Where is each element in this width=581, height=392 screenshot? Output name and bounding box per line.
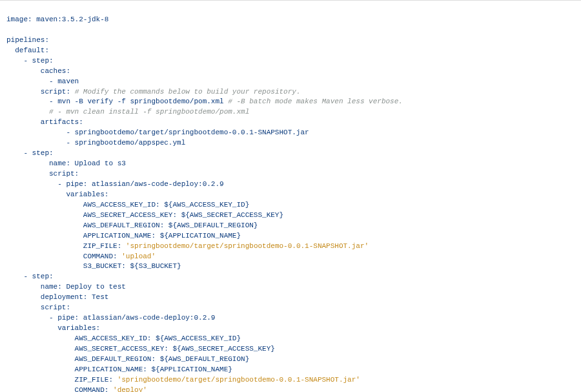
line-script-2: script: xyxy=(6,170,79,178)
line-caches: caches: xyxy=(6,67,70,75)
line-script-key: script: xyxy=(6,88,75,96)
line-aws-secret-1: AWS_SECRET_ACCESS_KEY: ${AWS_SECRET_ACCE… xyxy=(6,211,283,219)
line-aws-region-2: AWS_DEFAULT_REGION: ${AWS_DEFAULT_REGION… xyxy=(6,355,249,363)
string-zipfile-2: 'springbootdemo/target/springbootdemo-0.… xyxy=(117,376,360,384)
string-zipfile-1: 'springbootdemo/target/springbootdemo-0.… xyxy=(126,242,369,250)
line-command-key-2: COMMAND: xyxy=(6,386,113,392)
line-default: default: xyxy=(6,46,49,54)
line-zipfile-key-1: ZIP_FILE: xyxy=(6,242,126,250)
comment-modify: # Modify the commands below to build you… xyxy=(75,88,301,96)
line-aws-access-key-1: AWS_ACCESS_KEY_ID: ${AWS_ACCESS_KEY_ID} xyxy=(6,201,249,209)
string-command-deploy: 'deploy' xyxy=(113,386,147,392)
line-deployment-test: deployment: Test xyxy=(6,293,108,301)
line-s3bucket-1: S3_BUCKET: ${S3_BUCKET} xyxy=(6,262,181,270)
line-pipe-upload: - pipe: atlassian/aws-code-deploy:0.2.9 xyxy=(6,180,224,188)
line-name-upload: name: Upload to s3 xyxy=(6,160,126,167)
line-script-3: script: xyxy=(6,304,70,311)
line-step-3: - step: xyxy=(6,273,54,280)
line-aws-access-key-2: AWS_ACCESS_KEY_ID: ${AWS_ACCESS_KEY_ID} xyxy=(6,335,241,342)
line-variables-1: variables: xyxy=(6,191,108,198)
line-variables-2: variables: xyxy=(6,324,100,332)
line-app-name-2: APPLICATION_NAME: ${APPLICATION_NAME} xyxy=(6,366,232,373)
line-image: image: maven:3.5.2-jdk-8 xyxy=(6,15,108,23)
line-artifact-appspec: - springbootdemo/appspec.yml xyxy=(6,139,185,147)
line-aws-region-1: AWS_DEFAULT_REGION: ${AWS_DEFAULT_REGION… xyxy=(6,222,258,229)
line-step-2: - step: xyxy=(6,149,54,157)
line-step-1: - step: xyxy=(6,57,54,65)
line-name-deploy: name: Deploy to test xyxy=(6,283,126,291)
line-artifact-jar: - springbootdemo/target/springbootdemo-0… xyxy=(6,129,309,136)
line-command-key-1: COMMAND: xyxy=(6,253,121,260)
string-command-upload: 'upload' xyxy=(121,253,156,260)
comment-batch-mode: # -B batch mode makes Maven less verbose… xyxy=(228,98,403,105)
yaml-code-block: image: maven:3.5.2-jdk-8 pipelines: defa… xyxy=(6,15,575,392)
line-app-name-1: APPLICATION_NAME: ${APPLICATION_NAME} xyxy=(6,232,241,240)
line-cache-maven: - maven xyxy=(6,77,79,85)
line-artifacts: artifacts: xyxy=(6,118,83,126)
line-aws-secret-2: AWS_SECRET_ACCESS_KEY: ${AWS_SECRET_ACCE… xyxy=(6,345,275,353)
line-pipelines: pipelines: xyxy=(6,36,49,44)
line-zipfile-key-2: ZIP_FILE: xyxy=(6,376,117,384)
line-pipe-deploy: - pipe: atlassian/aws-code-deploy:0.2.9 xyxy=(6,314,215,322)
comment-mvn-clean: # - mvn clean install -f springbootdemo/… xyxy=(6,108,249,116)
line-mvn-verify: - mvn -B verify -f springbootdemo/pom.xm… xyxy=(6,98,228,105)
